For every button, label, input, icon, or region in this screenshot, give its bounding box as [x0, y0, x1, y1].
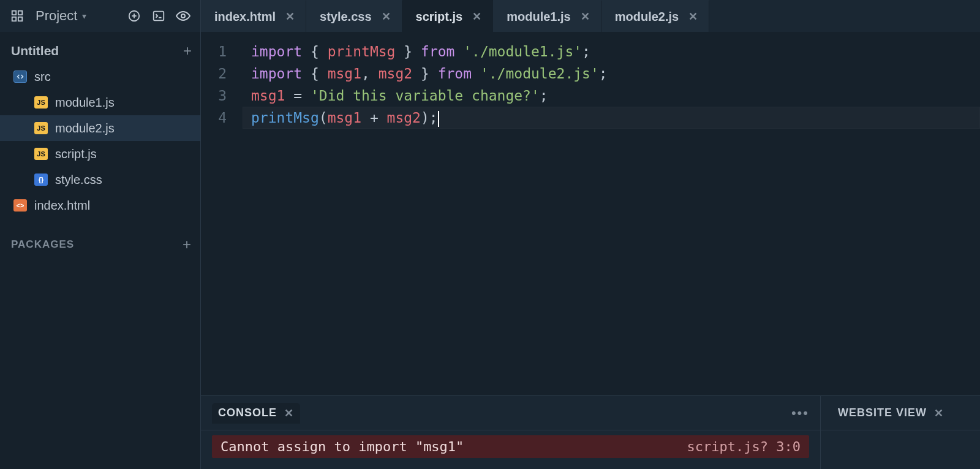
editor-area: 1234 import { printMsg } from './module1… [201, 32, 980, 469]
sidebar-packages-label: PACKAGES [11, 238, 74, 251]
sidebar-title: Untitled [11, 44, 59, 58]
terminal-icon[interactable] [150, 7, 167, 25]
chevron-down-icon: ▾ [82, 11, 86, 21]
close-icon[interactable]: ✕ [579, 9, 591, 25]
error-location: script.js? 3:0 [687, 439, 801, 454]
close-icon[interactable]: ✕ [471, 9, 483, 25]
sidebar-item-module1[interactable]: JS module1.js [0, 90, 200, 115]
sidebar-packages-header: PACKAGES + [0, 232, 200, 257]
website-view-tab[interactable]: WEBSITE VIEW ✕ [832, 403, 950, 424]
project-menu[interactable]: Project ▾ [33, 6, 89, 26]
tab-label: module1.js [507, 10, 570, 24]
js-file-icon: JS [34, 148, 48, 160]
more-icon[interactable]: ••• [791, 405, 809, 421]
console-tabs: CONSOLE ✕ ••• [201, 396, 820, 430]
tab-index-html[interactable]: index.html ✕ [201, 0, 306, 32]
editor[interactable]: 1234 import { printMsg } from './module1… [201, 32, 980, 395]
svg-rect-2 [12, 17, 16, 21]
sidebar-item-label: style.css [55, 173, 102, 187]
sidebar-item-script[interactable]: JS script.js [0, 141, 200, 167]
js-file-icon: JS [34, 122, 48, 134]
tab-label: index.html [214, 10, 276, 24]
error-message: Cannot assign to import "msg1" [221, 439, 464, 454]
svg-rect-7 [154, 12, 164, 21]
sidebar-item-label: module2.js [55, 121, 115, 135]
close-icon[interactable]: ✕ [380, 9, 392, 25]
sidebar: Untitled + src JS module1.js JS module2.… [0, 32, 201, 469]
sidebar-item-index[interactable]: <> index.html [0, 193, 200, 218]
tab-module1-js[interactable]: module1.js ✕ [493, 0, 601, 32]
tab-label: module2.js [615, 10, 679, 24]
console-tab[interactable]: CONSOLE ✕ [212, 403, 300, 424]
close-icon[interactable]: ✕ [284, 9, 296, 25]
topbar-left: Project ▾ [0, 0, 201, 32]
preview-icon[interactable] [175, 7, 192, 25]
css-file-icon: {} [34, 173, 48, 186]
tab-module2-js[interactable]: module2.js ✕ [601, 0, 709, 32]
bottom-panel: CONSOLE ✕ ••• Cannot assign to import "m… [201, 395, 980, 469]
sidebar-title-row: Untitled + [0, 38, 200, 64]
app-root: Project ▾ index.htm [0, 0, 980, 469]
sidebar-item-label: module1.js [55, 96, 115, 110]
code-line[interactable]: printMsg(msg1 + msg2); [243, 107, 980, 129]
js-file-icon: JS [34, 96, 48, 109]
plus-icon[interactable]: + [183, 236, 192, 253]
cursor [438, 111, 439, 127]
line-gutter: 1234 [201, 40, 243, 395]
svg-rect-0 [12, 11, 16, 15]
svg-rect-1 [18, 11, 22, 15]
console-panel: CONSOLE ✕ ••• Cannot assign to import "m… [201, 396, 821, 469]
tab-label: script.js [416, 10, 463, 24]
close-icon[interactable]: ✕ [284, 406, 294, 420]
svg-rect-3 [18, 17, 22, 21]
tab-label: style.css [320, 10, 372, 24]
html-file-icon: <> [13, 199, 27, 212]
plus-icon[interactable]: + [183, 42, 192, 59]
sidebar-item-label: index.html [34, 199, 90, 213]
topbar: Project ▾ index.htm [0, 0, 980, 32]
close-icon[interactable]: ✕ [687, 9, 699, 25]
website-body [821, 430, 980, 469]
code[interactable]: import { printMsg } from './module1.js';… [243, 40, 980, 395]
sidebar-item-label: script.js [55, 147, 97, 161]
console-error[interactable]: Cannot assign to import "msg1" script.js… [212, 435, 809, 458]
code-line[interactable]: import { printMsg } from './module1.js'; [243, 40, 980, 63]
console-body: Cannot assign to import "msg1" script.js… [201, 430, 820, 469]
tab-script-js[interactable]: script.js ✕ [402, 0, 494, 32]
add-file-button[interactable] [126, 7, 143, 25]
grid-icon[interactable] [9, 7, 26, 25]
folder-icon [13, 71, 27, 83]
tab-style-css[interactable]: style.css ✕ [306, 0, 402, 32]
tabbar: index.html ✕ style.css ✕ script.js ✕ mod… [201, 0, 980, 32]
close-icon[interactable]: ✕ [934, 406, 944, 420]
code-line[interactable]: import { msg1, msg2 } from './module2.js… [243, 63, 980, 85]
website-tab-label: WEBSITE VIEW [838, 406, 927, 419]
sidebar-item-module2[interactable]: JS module2.js [0, 115, 200, 141]
console-tab-label: CONSOLE [218, 406, 277, 419]
website-panel: WEBSITE VIEW ✕ [821, 396, 980, 469]
sidebar-folder-src[interactable]: src [0, 64, 200, 90]
main: Untitled + src JS module1.js JS module2.… [0, 32, 980, 469]
project-menu-label: Project [36, 8, 77, 24]
svg-point-9 [181, 14, 185, 18]
website-tabs: WEBSITE VIEW ✕ [821, 396, 980, 430]
sidebar-item-label: src [34, 70, 51, 84]
sidebar-item-style[interactable]: {} style.css [0, 167, 200, 193]
code-line[interactable]: msg1 = 'Did this variable change?'; [243, 85, 980, 107]
